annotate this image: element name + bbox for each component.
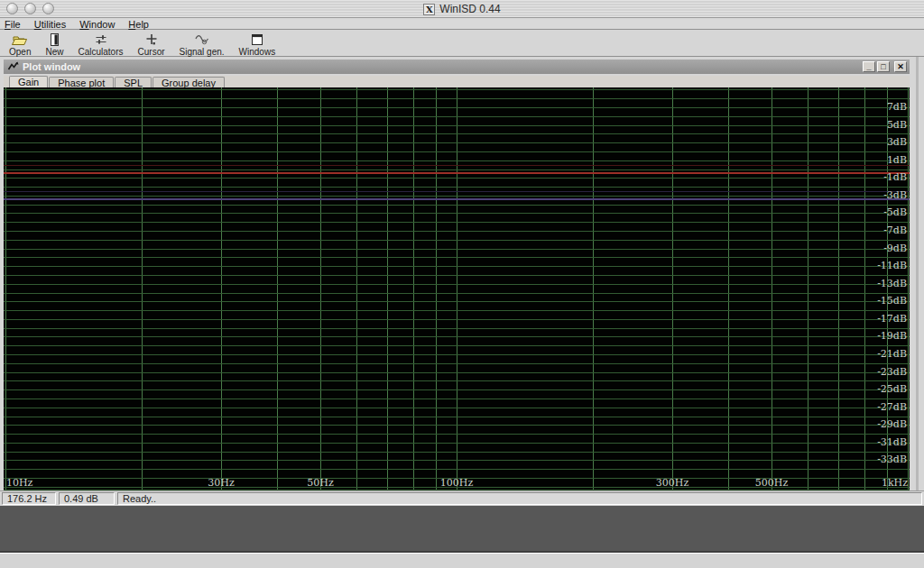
h-gridline bbox=[4, 345, 910, 346]
x-axis-label: 10Hz bbox=[6, 478, 32, 489]
toolbar-label-signal-gen: Signal gen. bbox=[180, 47, 225, 57]
toolbar-open-button[interactable]: Open bbox=[9, 31, 31, 57]
y-axis-label: -7dB bbox=[883, 225, 907, 236]
h-gridline bbox=[4, 336, 910, 337]
x-axis-label: 50Hz bbox=[307, 478, 333, 489]
tab-gain[interactable]: Gain bbox=[9, 76, 48, 87]
x-axis-label: 100Hz bbox=[440, 478, 473, 489]
v-gridline bbox=[772, 87, 772, 490]
winisd-main-window: X WinISD 0.44 FileUtilitiesWindowHelp Op… bbox=[0, 0, 924, 506]
screen: X WinISD 0.44 FileUtilitiesWindowHelp Op… bbox=[0, 0, 924, 568]
gain-plot-canvas[interactable]: 7dB5dB3dB1dB-1dB-3dB-5dB-7dB-9dB-11dB-13… bbox=[4, 87, 910, 490]
y-axis-label: -31dB bbox=[877, 437, 907, 448]
menu-window[interactable]: Window bbox=[79, 19, 115, 30]
window-right-border bbox=[910, 57, 924, 491]
reference-line-dark-violet bbox=[4, 191, 910, 192]
h-gridline bbox=[4, 169, 910, 170]
h-gridline bbox=[4, 231, 910, 232]
h-gridline bbox=[4, 389, 910, 390]
reference-line-dark-red bbox=[4, 165, 910, 166]
y-axis-label: -9dB bbox=[883, 243, 907, 254]
toolbar: OpenNewCalculatorsCursorSignal gen.Windo… bbox=[0, 31, 924, 57]
v-gridline bbox=[320, 87, 321, 490]
plot-window-titlebar[interactable]: Plot window _□✕ bbox=[4, 60, 910, 74]
tab-phase-plot[interactable]: Phase plot bbox=[49, 77, 114, 87]
y-axis-label: -5dB bbox=[883, 207, 907, 218]
v-gridline bbox=[356, 87, 357, 490]
tab-spl[interactable]: SPL bbox=[115, 77, 152, 87]
title-group: X WinISD 0.44 bbox=[0, 0, 924, 18]
new-document-icon bbox=[47, 32, 61, 47]
h-gridline bbox=[4, 372, 910, 373]
toolbar-cursor-button[interactable]: Cursor bbox=[138, 31, 165, 57]
v-gridline bbox=[728, 87, 729, 490]
y-axis-label: -27dB bbox=[877, 402, 907, 413]
status-message: Ready.. bbox=[117, 492, 922, 505]
toolbar-windows-button[interactable]: Windows bbox=[239, 31, 276, 57]
gain-curve-violet bbox=[4, 198, 910, 200]
h-gridline bbox=[4, 196, 910, 197]
plot-window-buttons: _□✕ bbox=[863, 61, 907, 72]
h-gridline bbox=[4, 319, 910, 320]
h-gridline bbox=[4, 363, 910, 364]
v-gridline bbox=[5, 87, 6, 490]
h-gridline bbox=[4, 142, 910, 143]
close-button[interactable]: ✕ bbox=[894, 61, 907, 72]
h-gridline bbox=[4, 284, 910, 285]
toolbar-signal-gen-button[interactable]: Signal gen. bbox=[180, 31, 225, 57]
tab-group-delay[interactable]: Group delay bbox=[152, 77, 225, 87]
h-gridline bbox=[4, 133, 910, 134]
h-gridline bbox=[4, 205, 910, 206]
y-axis-label: -21dB bbox=[877, 349, 907, 360]
status-bar: 176.2 Hz0.49 dBReady.. bbox=[0, 490, 924, 506]
menu-file[interactable]: File bbox=[5, 19, 21, 30]
y-axis-label: -3dB bbox=[883, 190, 907, 201]
h-gridline bbox=[4, 89, 910, 90]
h-gridline bbox=[4, 249, 910, 250]
menu-help[interactable]: Help bbox=[128, 19, 149, 30]
h-gridline bbox=[4, 178, 910, 179]
h-gridline bbox=[4, 151, 910, 152]
h-gridline bbox=[4, 266, 910, 267]
toolbar-label-calculators: Calculators bbox=[78, 47, 123, 57]
minimize-button[interactable]: _ bbox=[863, 61, 875, 72]
h-gridline bbox=[4, 222, 910, 223]
h-gridline bbox=[4, 240, 910, 241]
y-axis-label: -11dB bbox=[877, 261, 907, 271]
h-gridline bbox=[4, 257, 910, 258]
maximize-button[interactable]: □ bbox=[877, 61, 890, 72]
main-titlebar[interactable]: X WinISD 0.44 bbox=[0, 0, 924, 18]
toolbar-label-open: Open bbox=[9, 47, 31, 57]
v-gridline bbox=[387, 87, 388, 490]
y-axis-label: 1dB bbox=[887, 155, 907, 166]
v-gridline bbox=[413, 87, 414, 490]
cursor-crosshair-icon bbox=[144, 32, 159, 47]
x11-app-icon: X bbox=[423, 4, 435, 15]
h-gridline bbox=[4, 452, 910, 453]
h-gridline bbox=[4, 328, 910, 329]
menu-bar: FileUtilitiesWindowHelp bbox=[0, 19, 924, 30]
y-axis-label: -17dB bbox=[877, 314, 907, 325]
v-gridline bbox=[457, 87, 457, 490]
desktop-background bbox=[0, 506, 924, 553]
gain-curve-red bbox=[4, 172, 910, 174]
v-gridline bbox=[277, 87, 278, 490]
h-gridline bbox=[4, 443, 910, 444]
h-gridline bbox=[4, 399, 910, 399]
toolbar-calculators-button[interactable]: Calculators bbox=[78, 31, 123, 57]
h-gridline bbox=[4, 125, 910, 126]
toolbar-new-button[interactable]: New bbox=[45, 31, 63, 57]
y-axis-label: -25dB bbox=[877, 384, 907, 395]
h-gridline bbox=[4, 107, 910, 108]
y-axis-label: 3dB bbox=[887, 137, 907, 148]
x-axis-label: 300Hz bbox=[656, 478, 688, 489]
menu-utilities[interactable]: Utilities bbox=[34, 19, 66, 30]
toolbar-label-windows: Windows bbox=[239, 47, 276, 57]
y-axis-label: -13dB bbox=[877, 279, 907, 289]
y-axis-label: -1dB bbox=[883, 172, 907, 183]
h-gridline bbox=[4, 116, 910, 117]
plot-tab-bar: GainPhase plotSPLGroup delay bbox=[4, 76, 910, 87]
h-gridline bbox=[4, 275, 910, 276]
plot-window-icon bbox=[7, 59, 19, 75]
y-axis-label: 5dB bbox=[887, 120, 907, 131]
